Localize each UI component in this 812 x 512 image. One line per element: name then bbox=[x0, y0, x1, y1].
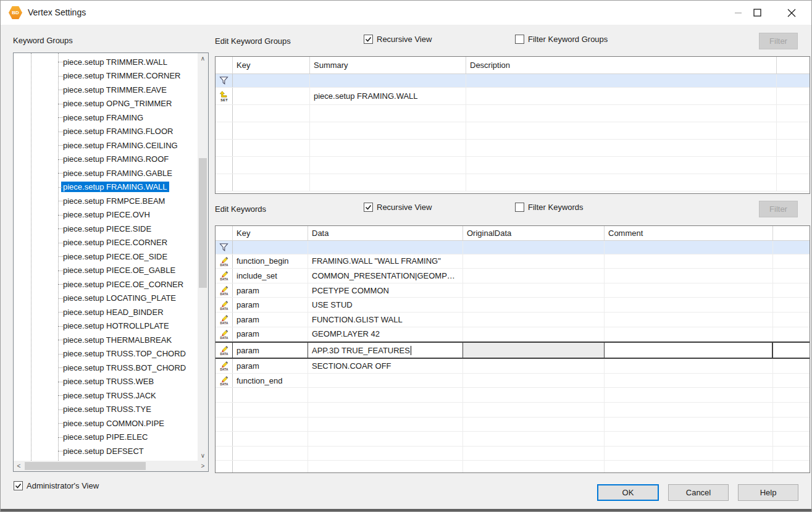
cell-key[interactable] bbox=[233, 432, 308, 446]
tree-item[interactable]: piece.setup TRUSS.BOT_CHORD bbox=[14, 361, 198, 375]
tree-item[interactable]: piece.setup TRIMMER.EAVE bbox=[14, 83, 198, 97]
row-selector-header[interactable] bbox=[216, 226, 233, 240]
cell-filler[interactable] bbox=[777, 105, 810, 122]
cell-originaldata[interactable] bbox=[463, 269, 605, 283]
column-header-filler[interactable] bbox=[773, 226, 810, 240]
cell-data[interactable] bbox=[308, 418, 463, 432]
cell-filler[interactable] bbox=[773, 313, 810, 327]
tree-item[interactable]: piece.setup PIECE.OE_GABLE bbox=[14, 264, 198, 278]
cell-data[interactable]: USE STUD bbox=[308, 298, 463, 312]
cell-data[interactable]: SECTION.COAR OFF bbox=[308, 359, 463, 373]
cell-key[interactable]: param bbox=[233, 327, 308, 342]
table-row[interactable]: DATAparamSECTION.COAR OFF bbox=[216, 359, 810, 374]
tree-item[interactable]: piece.setup PIECE.OVH bbox=[14, 208, 198, 222]
cell-data[interactable]: PCETYPE COMMON bbox=[308, 283, 463, 298]
cell-key[interactable] bbox=[233, 447, 308, 461]
cell-summary[interactable] bbox=[310, 74, 466, 87]
cell-data[interactable]: FRAMING.WALL "WALL FRAMING" bbox=[308, 254, 463, 269]
cell-originaldata[interactable] bbox=[463, 359, 605, 373]
administrators-view-checkbox[interactable]: Administrator's View bbox=[14, 481, 99, 490]
empty-row[interactable] bbox=[216, 418, 810, 432]
keywords-table[interactable]: KeyDataOriginalDataCommentDATAfunction_b… bbox=[215, 225, 810, 473]
empty-row[interactable] bbox=[216, 122, 810, 140]
cell-comment[interactable] bbox=[605, 432, 773, 446]
tree-item[interactable]: piece.setup TRUSS.JACK bbox=[14, 388, 198, 403]
empty-row[interactable] bbox=[216, 140, 810, 157]
cell-summary[interactable] bbox=[310, 140, 466, 156]
cell-data[interactable] bbox=[308, 374, 463, 388]
cell-description[interactable] bbox=[466, 74, 777, 87]
cell-key[interactable]: param bbox=[233, 298, 308, 312]
tree-item[interactable]: piece.setup PIECE.OE_CORNER bbox=[14, 277, 198, 292]
cell-comment[interactable] bbox=[605, 461, 773, 473]
cell-filler[interactable] bbox=[777, 122, 810, 139]
cell-comment[interactable] bbox=[605, 313, 773, 327]
table-row[interactable]: DATAparamUSE STUD bbox=[216, 298, 810, 313]
recursive-view-groups-checkbox[interactable]: Recursive View bbox=[364, 35, 432, 44]
cell-key[interactable] bbox=[233, 418, 308, 432]
empty-row[interactable] bbox=[216, 432, 810, 447]
tree-item[interactable]: piece.setup TRIMMER.WALL bbox=[14, 55, 198, 69]
filter-keywords-checkbox[interactable]: Filter Keywords bbox=[515, 203, 584, 212]
filter-groups-button[interactable]: Filter bbox=[759, 33, 798, 49]
cell-key[interactable] bbox=[233, 105, 310, 122]
cell-comment[interactable] bbox=[605, 403, 773, 417]
cell-description[interactable] bbox=[466, 140, 777, 156]
tree-item[interactable]: piece.setup FRAMING.WALL bbox=[14, 180, 198, 195]
column-header-data[interactable]: Data bbox=[308, 226, 463, 240]
help-button[interactable]: Help bbox=[738, 484, 798, 501]
cell-data[interactable]: COMMON_PRESENTATION|GEOMP… bbox=[308, 269, 463, 283]
row-selector[interactable]: DATA bbox=[216, 313, 233, 327]
cell-description[interactable] bbox=[466, 157, 777, 174]
column-header-originaldata[interactable]: OriginalData bbox=[463, 226, 605, 240]
cell-comment[interactable] bbox=[605, 374, 773, 388]
scroll-down-icon[interactable]: ∨ bbox=[198, 450, 208, 461]
cell-data[interactable]: FUNCTION.GLIST WALL bbox=[308, 313, 463, 327]
cell-filler[interactable] bbox=[777, 88, 810, 104]
cell-data[interactable]: APP.3D TRUE_FEATURES bbox=[308, 343, 463, 358]
empty-row[interactable] bbox=[216, 403, 810, 418]
cell-key[interactable] bbox=[233, 74, 310, 87]
cell-filler[interactable] bbox=[777, 174, 810, 191]
row-selector[interactable] bbox=[216, 174, 233, 191]
ok-button[interactable]: OK bbox=[597, 484, 659, 501]
cell-comment[interactable] bbox=[605, 298, 773, 312]
cell-filler[interactable] bbox=[773, 374, 810, 388]
tree-item[interactable]: piece.setup COMMON.PIPE bbox=[14, 416, 198, 430]
cell-originaldata[interactable] bbox=[463, 283, 605, 298]
tree-item[interactable]: piece.setup HOTROLLPLATE bbox=[14, 319, 198, 334]
cell-comment[interactable] bbox=[605, 283, 773, 298]
row-selector[interactable] bbox=[216, 432, 233, 446]
row-selector[interactable] bbox=[216, 74, 233, 87]
cell-filler[interactable] bbox=[773, 241, 810, 254]
cell-filler[interactable] bbox=[773, 254, 810, 269]
filter-row[interactable] bbox=[216, 241, 810, 254]
table-row[interactable]: DATAinclude_setCOMMON_PRESENTATION|GEOMP… bbox=[216, 269, 810, 283]
keyword-groups-tree[interactable]: piece.setup TRIMMER.WALLpiece.setup TRIM… bbox=[13, 52, 209, 472]
cell-summary[interactable] bbox=[310, 122, 466, 139]
cell-data[interactable] bbox=[308, 447, 463, 461]
row-selector[interactable]: DATA bbox=[216, 269, 233, 283]
cancel-button[interactable]: Cancel bbox=[668, 484, 729, 501]
cell-description[interactable] bbox=[466, 105, 777, 122]
table-row[interactable]: DATAparamPCETYPE COMMON bbox=[216, 283, 810, 298]
cell-filler[interactable] bbox=[777, 140, 810, 156]
cell-key[interactable]: param bbox=[233, 359, 308, 373]
scroll-left-icon[interactable]: < bbox=[14, 461, 24, 471]
filter-keyword-groups-checkbox[interactable]: Filter Keyword Groups bbox=[515, 35, 608, 44]
tree-item[interactable]: piece.setup PIPE.ELEC bbox=[14, 430, 198, 445]
cell-key[interactable] bbox=[233, 241, 308, 254]
row-selector[interactable]: DATA bbox=[216, 327, 233, 342]
tree-item[interactable]: piece.setup THERMALBREAK bbox=[14, 333, 198, 347]
cell-comment[interactable] bbox=[605, 241, 773, 254]
cell-key[interactable] bbox=[233, 174, 310, 191]
row-selector[interactable]: DATA bbox=[216, 343, 233, 358]
tree-item[interactable]: piece.setup FRAMING.CEILING bbox=[14, 138, 198, 153]
row-selector[interactable] bbox=[216, 140, 233, 156]
cell-originaldata[interactable] bbox=[463, 298, 605, 312]
tree-item[interactable]: piece.setup FRMPCE.BEAM bbox=[14, 194, 198, 208]
cell-data[interactable] bbox=[308, 403, 463, 417]
cell-originaldata[interactable] bbox=[463, 374, 605, 388]
cell-originaldata[interactable] bbox=[463, 241, 605, 254]
tree-item[interactable]: piece.setup FRAMING.FLOOR bbox=[14, 125, 198, 139]
